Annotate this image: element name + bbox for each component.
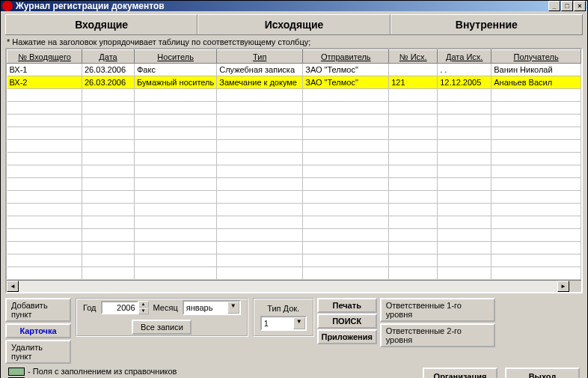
data-grid: № Входящего Дата Носитель Тип Отправител…: [5, 48, 583, 293]
tab-outgoing[interactable]: Исходящие: [197, 14, 390, 34]
year-spinner[interactable]: ▲ ▼: [101, 301, 149, 314]
doc-type-select[interactable]: 1 ▼: [260, 316, 307, 331]
table-row: [7, 242, 581, 254]
sort-hint: * Нажатие на заголовок упорядочивает таб…: [5, 35, 583, 48]
level1-responsible-button[interactable]: Ответственные 1-го уровня: [380, 298, 495, 322]
table-row: [7, 204, 581, 216]
search-button[interactable]: ПОИСК: [317, 314, 377, 329]
table-row: [7, 267, 581, 280]
exit-button[interactable]: Выход: [505, 368, 580, 379]
table-row: [7, 153, 581, 165]
table-cell[interactable]: Факс: [135, 64, 217, 76]
table-row[interactable]: ВХ-226.03.2006Бумажный носительЗамечание…: [7, 76, 581, 89]
scroll-corner: [569, 281, 581, 292]
table-cell[interactable]: Служебная записка: [217, 64, 303, 76]
year-down-icon[interactable]: ▼: [138, 308, 149, 314]
table-row: [7, 89, 581, 102]
table-cell[interactable]: ЗАО "Телмос": [303, 76, 389, 89]
table-cell[interactable]: 12.12.2005: [438, 76, 491, 89]
table-row: [7, 102, 581, 115]
horizontal-scrollbar[interactable]: ◄ ►: [7, 280, 581, 292]
delete-item-button[interactable]: Удалить пункт: [5, 340, 71, 364]
table-cell[interactable]: 121: [389, 76, 438, 89]
table-row: [7, 140, 581, 153]
table-cell[interactable]: [389, 64, 438, 76]
card-button[interactable]: Карточка: [5, 323, 71, 338]
table-cell[interactable]: . .: [438, 64, 491, 76]
dropdown-icon[interactable]: ▼: [293, 317, 305, 329]
table-cell[interactable]: Бумажный носитель: [135, 76, 217, 89]
app-icon: [2, 1, 13, 11]
green-swatch-icon: [8, 368, 25, 376]
table-cell[interactable]: ВХ-2: [7, 76, 82, 89]
date-filter-group: Год ▲ ▼ Месяц январь ▼: [76, 298, 248, 337]
tab-bar: Входящие Исходящие Внутренние: [5, 14, 583, 35]
table-cell[interactable]: 26.03.2006: [82, 76, 135, 89]
year-label: Год: [83, 303, 97, 312]
maximize-button[interactable]: □: [561, 1, 573, 11]
scroll-right-icon[interactable]: ►: [557, 281, 569, 292]
add-item-button[interactable]: Добавить пункт: [5, 298, 71, 322]
table-cell[interactable]: ВХ-1: [7, 64, 82, 76]
col-recipient[interactable]: Получатель: [491, 50, 581, 64]
tab-internal[interactable]: Внутренние: [391, 14, 583, 34]
table-cell[interactable]: 26.03.2006: [82, 64, 135, 76]
col-out-date[interactable]: Дата Исх.: [438, 50, 491, 64]
table-row: [7, 216, 581, 229]
tab-incoming[interactable]: Входящие: [5, 14, 197, 34]
col-out-no[interactable]: № Исх.: [389, 50, 438, 64]
scroll-left-icon[interactable]: ◄: [7, 281, 19, 292]
scroll-track[interactable]: [19, 281, 557, 292]
table-row: [7, 115, 581, 127]
col-type[interactable]: Тип: [217, 50, 303, 64]
month-select[interactable]: январь ▼: [183, 300, 241, 315]
table-cell[interactable]: ЗАО "Телмос": [303, 64, 389, 76]
table-row: [7, 229, 581, 242]
table-cell[interactable]: Ананьев Васил: [491, 76, 581, 89]
table-row: [7, 127, 581, 140]
attachments-button[interactable]: Приложения: [317, 329, 377, 344]
year-input[interactable]: [101, 301, 138, 314]
dropdown-icon[interactable]: ▼: [227, 302, 239, 314]
col-incoming-no[interactable]: № Входящего: [7, 50, 82, 64]
col-sender[interactable]: Отправитель: [303, 50, 389, 64]
organization-button[interactable]: Организация: [423, 368, 497, 379]
window-title: Журнал регистрации документов: [16, 1, 548, 11]
legend-green: - Поля с заполнением из справочников: [8, 367, 177, 376]
all-records-button[interactable]: Все записи: [132, 320, 192, 335]
table-row: [7, 165, 581, 178]
col-date[interactable]: Дата: [82, 50, 135, 64]
minimize-button[interactable]: _: [548, 1, 560, 11]
table-row: [7, 254, 581, 267]
print-button[interactable]: Печать: [317, 298, 377, 313]
level2-responsible-button[interactable]: Ответственные 2-го уровня: [380, 323, 495, 347]
month-label: Месяц: [153, 303, 178, 312]
table-cell[interactable]: Замечание к докуме: [217, 76, 303, 89]
titlebar: Журнал регистрации документов _ □ ×: [1, 1, 587, 11]
type-filter-group: Тип Док. 1 ▼: [253, 298, 314, 337]
table-row: [7, 178, 581, 191]
doc-type-label: Тип Док.: [267, 304, 299, 313]
col-carrier[interactable]: Носитель: [135, 50, 217, 64]
table-header-row: № Входящего Дата Носитель Тип Отправител…: [7, 50, 581, 64]
table-cell[interactable]: Ванин Николай: [491, 64, 581, 76]
close-button[interactable]: ×: [574, 1, 586, 11]
table-row: [7, 191, 581, 204]
year-up-icon[interactable]: ▲: [138, 301, 149, 308]
table-row[interactable]: ВХ-126.03.2006ФаксСлужебная запискаЗАО "…: [7, 64, 581, 76]
